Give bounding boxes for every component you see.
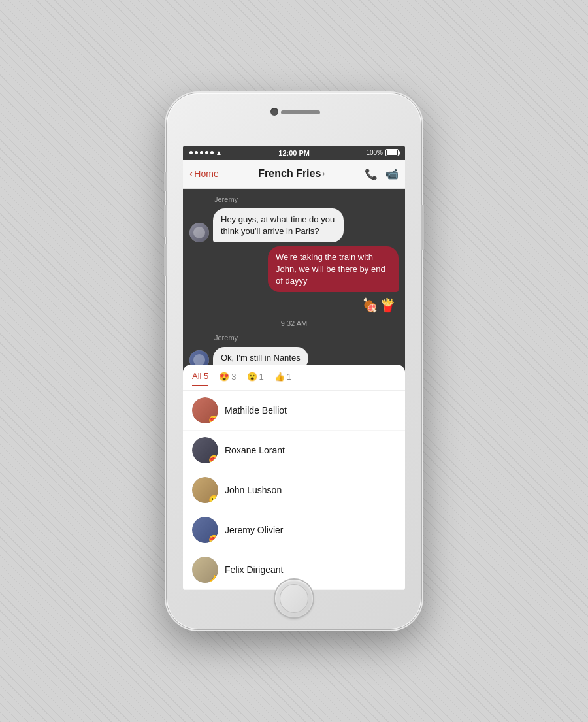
time-divider: 9:32 AM: [189, 320, 399, 327]
back-label: Home: [194, 169, 218, 179]
nav-bar: ‹ Home French Fries › 📞 📹: [183, 160, 405, 189]
phone-icon[interactable]: 📞: [365, 168, 378, 180]
reaction-item-3[interactable]: 😍 Jeremy Olivier: [183, 510, 405, 550]
message-row-3: Ok, I'm still in Nantes: [189, 347, 399, 364]
tab-heart-eyes-count: 3: [231, 372, 236, 382]
tab-all-label: All 5: [192, 371, 208, 381]
reaction-item-2[interactable]: 😮 John Lushson: [183, 470, 405, 510]
reaction-item-1[interactable]: 😍 Roxane Lorant: [183, 431, 405, 470]
tab-all[interactable]: All 5: [192, 371, 208, 386]
chat-area: Jeremy Hey guys, at what time do you thi…: [183, 189, 405, 365]
name-mathilde: Mathilde Belliot: [225, 405, 287, 416]
reactions-tabs: All 5 😍 3 😮 1 👍 1: [183, 365, 405, 391]
name-john: John Lushson: [225, 485, 282, 495]
message-row-2: We're taking the train with John, we wil…: [189, 246, 399, 293]
emoji-badge-2: 😮: [208, 495, 218, 503]
signal-dot-3: [200, 151, 203, 154]
avatar-jeremy: 😍: [192, 517, 218, 543]
side-button-vol-up: [164, 205, 167, 237]
tab-thumbsup[interactable]: 👍 1: [274, 372, 291, 386]
name-jeremy: Jeremy Olivier: [225, 525, 283, 535]
signal-area: ▲: [189, 149, 222, 156]
avatar-jeremy-chat: [189, 223, 209, 242]
battery-area: 100%: [366, 149, 399, 156]
avatar-john: 😮: [192, 477, 218, 503]
side-button-power: [421, 205, 424, 250]
emoji-badge-1: 😍: [208, 455, 218, 463]
nav-title[interactable]: French Fries ›: [258, 168, 325, 180]
message-row-1: Hey guys, at what time do you think you'…: [189, 208, 399, 242]
name-roxane: Roxane Lorant: [225, 445, 285, 455]
nav-action-icons: 📞 📹: [365, 168, 399, 180]
bubble-sent-1: We're taking the train with John, we wil…: [268, 246, 399, 293]
nav-title-text: French Fries: [258, 168, 321, 180]
home-button-ring: [280, 584, 308, 613]
tab-hushed-count: 1: [259, 372, 264, 382]
battery-fill: [387, 150, 397, 155]
bubble-received-1: Hey guys, at what time do you think you'…: [213, 208, 344, 242]
side-button-mute: [164, 172, 167, 191]
reaction-list: 😍 Mathilde Belliot 😍 Roxane Lorant 😮: [183, 391, 405, 590]
avatar-mathilde: 😍: [192, 397, 218, 423]
emoji-badge-0: 😍: [208, 416, 218, 423]
tab-thumbsup-emoji: 👍: [274, 372, 285, 382]
status-bar: ▲ 12:00 PM 100%: [183, 146, 405, 160]
signal-dot-4: [205, 151, 208, 154]
phone-frame: ▲ 12:00 PM 100% ‹ Home French Fries › 📞: [167, 93, 421, 629]
nav-title-chevron-icon: ›: [322, 169, 325, 178]
camera: [270, 108, 278, 116]
emoji-badge-3: 😍: [208, 535, 218, 543]
bubble-received-2: Ok, I'm still in Nantes: [213, 347, 308, 364]
status-time: 12:00 PM: [278, 149, 310, 157]
speaker: [281, 110, 320, 114]
signal-dot-1: [189, 151, 193, 154]
wifi-icon: ▲: [216, 149, 222, 156]
tab-hushed[interactable]: 😮 1: [247, 372, 264, 386]
avatar-roxane: 😍: [192, 437, 218, 463]
reactions-popup: All 5 😍 3 😮 1 👍 1: [183, 365, 405, 590]
signal-dot-5: [210, 151, 214, 154]
phone-screen: ▲ 12:00 PM 100% ‹ Home French Fries › 📞: [183, 146, 405, 590]
tab-hushed-emoji: 😮: [247, 372, 257, 382]
avatar-felix: 👍: [192, 557, 218, 583]
signal-dot-2: [195, 151, 198, 154]
avatar-jeremy-chat-2: [189, 350, 209, 365]
sent-emoji-reactions: 🍖 🍟: [189, 297, 396, 313]
reaction-item-0[interactable]: 😍 Mathilde Belliot: [183, 391, 405, 431]
tab-heart-eyes[interactable]: 😍 3: [219, 372, 236, 386]
emoji-food-2: 🍟: [380, 297, 396, 313]
side-button-vol-down: [164, 244, 167, 276]
battery-percent: 100%: [366, 149, 383, 156]
back-chevron-icon: ‹: [189, 168, 193, 180]
sender-label-1: Jeremy: [214, 195, 399, 203]
tab-thumbsup-count: 1: [287, 372, 291, 382]
name-felix: Felix Dirigeant: [225, 565, 283, 575]
sender-label-2: Jeremy: [214, 334, 399, 342]
video-icon[interactable]: 📹: [385, 168, 399, 180]
battery-icon: [385, 149, 399, 156]
back-button[interactable]: ‹ Home: [189, 168, 219, 180]
emoji-food-1: 🍖: [362, 297, 378, 313]
tab-heart-eyes-emoji: 😍: [219, 372, 229, 382]
home-button[interactable]: [275, 580, 313, 617]
emoji-badge-4: 👍: [208, 575, 218, 583]
